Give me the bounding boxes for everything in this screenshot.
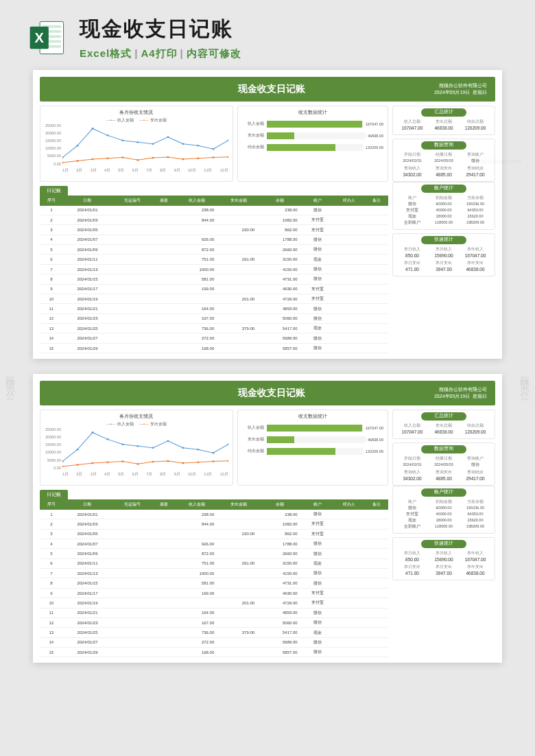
svg-point-53 — [197, 461, 199, 463]
banner-text: 现金收支日记账 Excel格式|A4打印|内容可修改 — [80, 15, 241, 60]
table-row: 42024/01/07926.001788.00微信 — [40, 235, 388, 244]
hbar-row: 支出金额46838.00 — [242, 132, 383, 139]
horizontal-bars: 收入金额167047.00支出金额46838.00结余金额120209.00 — [242, 425, 383, 455]
table-row: 12024/01/01238.00238.00微信 — [40, 206, 388, 215]
svg-point-18 — [212, 147, 214, 150]
monthly-chart-card: 各月份收支情况 收入金额 支出金额 25000.0020000.0015000.… — [40, 106, 233, 182]
quick-block: 快速统计 本日收入本月收入本年收入 850.0015690.00167047.0… — [392, 233, 495, 276]
table-row: 62024/01/11751.00261.003150.00现金 — [40, 558, 388, 568]
chart-legend: 收入金额 支出金额 — [45, 117, 228, 123]
quick-pill: 快速统计 — [421, 236, 466, 244]
banner-title: 现金收支日记账 — [80, 15, 241, 43]
account-row: 支付宝40000.0064353.00 — [396, 511, 491, 517]
svg-point-16 — [182, 143, 184, 145]
x-axis: 1月2月3月4月5月6月7月8月9月10月11月12月 — [62, 472, 228, 477]
svg-point-14 — [152, 143, 154, 145]
table-row: 122024/01/23167.005060.00微信 — [40, 617, 388, 627]
svg-point-34 — [91, 432, 93, 434]
url-watermark: www.tukuppt.com — [473, 158, 521, 165]
quick-block: 快速统计 本日收入本月收入本年收入 850.0015690.00167047.0… — [392, 537, 495, 580]
svg-point-33 — [76, 449, 78, 451]
query-pill: 数据查询 — [421, 141, 466, 150]
svg-point-52 — [182, 462, 184, 464]
stats-bar-title: 收支数据统计 — [242, 109, 383, 116]
svg-point-20 — [62, 161, 64, 163]
chart-legend: 收入金额 支出金额 — [45, 421, 228, 427]
table-row: 52024/01/09872.002660.00微信 — [40, 245, 388, 255]
svg-point-9 — [76, 144, 78, 146]
journal-table: 序号日期凭证编号摘要收入金额支出金额余额账户经办人备注 12024/01/012… — [40, 499, 388, 658]
svg-point-44 — [62, 466, 64, 468]
table-row: 142024/01/27272.005689.00微信 — [40, 333, 388, 343]
table-row: 42024/01/07926.001788.00微信 — [40, 539, 388, 548]
top-banner: X 现金收支日记账 Excel格式|A4打印|内容可修改 — [0, 0, 535, 70]
table-row: 72024/01/131000.004150.00微信 — [40, 569, 388, 578]
svg-point-31 — [227, 156, 228, 158]
line-chart: 25000.0020000.0015000.0010000.005000.000… — [45, 427, 228, 477]
stats-bar-title: 收支数据统计 — [242, 413, 383, 420]
table-row: 22024/01/03844.001082.00支付宝 — [40, 519, 388, 529]
hbar-row: 支出金额46838.00 — [242, 436, 383, 443]
table-row: 32024/01/05220.00862.00支付宝 — [40, 529, 388, 539]
template-page-1: 现金收支日记账 熊猫办公软件有限公司 2024年05月19日 星期日 各月份收支… — [33, 70, 502, 359]
svg-point-22 — [91, 158, 93, 160]
table-row: 122024/01/23167.005060.00微信 — [40, 314, 388, 323]
table-row: 112024/01/21164.004893.00微信 — [40, 608, 388, 617]
x-axis: 1月2月3月4月5月6月7月8月9月10月11月12月 — [62, 168, 228, 173]
table-row: 92024/01/17199.004930.00支付宝 — [40, 588, 388, 598]
account-pill: 账户统计 — [421, 488, 466, 497]
table-row: 152024/01/29168.005857.00微信 — [40, 648, 388, 657]
table-row: 82024/01/15581.004731.00微信 — [40, 274, 388, 284]
query-pill: 数据查询 — [421, 445, 466, 453]
table-row: 82024/01/15581.004731.00微信 — [40, 578, 388, 588]
monthly-chart-card: 各月份收支情况 收入金额 支出金额 25000.0020000.0015000.… — [40, 410, 233, 486]
svg-point-23 — [106, 157, 108, 159]
header-meta: 熊猫办公软件有限公司 2024年05月19日 星期日 — [434, 386, 487, 400]
hbar-row: 收入金额167047.00 — [242, 425, 383, 432]
journal-main: 日记账 序号日期凭证编号摘要收入金额支出金额余额账户经办人备注 12024/01… — [40, 486, 388, 658]
stats-bar-card: 收支数据统计 收入金额167047.00支出金额46838.00结余金额1202… — [237, 410, 388, 486]
svg-point-49 — [136, 463, 139, 465]
table-row: 132024/01/25736.00379.005417.00现金 — [40, 628, 388, 637]
svg-point-41 — [197, 449, 199, 451]
svg-point-42 — [212, 452, 214, 454]
svg-text:X: X — [35, 30, 45, 45]
svg-point-29 — [197, 157, 199, 159]
account-row: 全部账户118000.00238209.00 — [396, 220, 491, 226]
account-row: 微信60000.00150236.00 — [396, 505, 491, 511]
svg-point-39 — [167, 440, 169, 442]
svg-point-37 — [136, 445, 139, 447]
side-panel-lower: 账户统计 账户初始金额当前余额 微信60000.00150236.00支付宝40… — [392, 182, 495, 354]
svg-point-27 — [167, 156, 169, 158]
svg-point-54 — [212, 460, 214, 462]
table-row: 12024/01/01238.00238.00微信 — [40, 510, 388, 519]
banner-subtitle: Excel格式|A4打印|内容可修改 — [80, 47, 241, 60]
pages-wrap: 现金收支日记账 熊猫办公软件有限公司 2024年05月19日 星期日 各月份收支… — [0, 70, 535, 683]
journal-table: 序号日期凭证编号摘要收入金额支出金额余额账户经办人备注 12024/01/012… — [40, 196, 388, 354]
hbar-row: 结余金额120209.00 — [242, 144, 383, 151]
journal-label: 日记账 — [40, 186, 68, 196]
table-row: 102024/01/19201.004729.00支付宝 — [40, 294, 388, 303]
account-row: 微信60000.00150236.00 — [396, 201, 491, 207]
account-row: 全部账户118000.00238209.00 — [396, 523, 491, 530]
svg-point-55 — [227, 460, 228, 462]
page-header: 现金收支日记账 熊猫办公软件有限公司 2024年05月19日 星期日 — [40, 77, 495, 102]
svg-point-12 — [121, 139, 123, 141]
table-row: 62024/01/11751.00261.003150.00现金 — [40, 255, 388, 264]
table-row: 32024/01/05220.00862.00支付宝 — [40, 225, 388, 235]
svg-point-17 — [197, 144, 199, 146]
svg-point-21 — [76, 160, 78, 162]
account-block: 账户统计 账户初始金额当前余额 微信60000.00150236.00支付宝40… — [392, 486, 495, 534]
quick-pill: 快速统计 — [421, 540, 466, 548]
svg-point-28 — [182, 158, 184, 160]
svg-point-24 — [121, 156, 123, 158]
account-pill: 账户统计 — [421, 185, 466, 193]
svg-point-25 — [136, 159, 139, 161]
table-header-row: 序号日期凭证编号摘要收入金额支出金额余额账户经办人备注 — [40, 196, 388, 206]
table-body: 12024/01/01238.00238.00微信22024/01/03844.… — [40, 510, 388, 657]
side-panel: 汇总统计 收入总额支出总额结余总额 167047.0046838.0012020… — [392, 106, 495, 182]
table-row: 22024/01/03844.001082.00支付宝 — [40, 215, 388, 224]
svg-point-48 — [121, 460, 123, 462]
watermark-left: 熊猫办公 — [4, 367, 16, 389]
stats-bar-card: 收支数据统计 收入金额167047.00支出金额46838.00结余金额1202… — [237, 106, 388, 182]
